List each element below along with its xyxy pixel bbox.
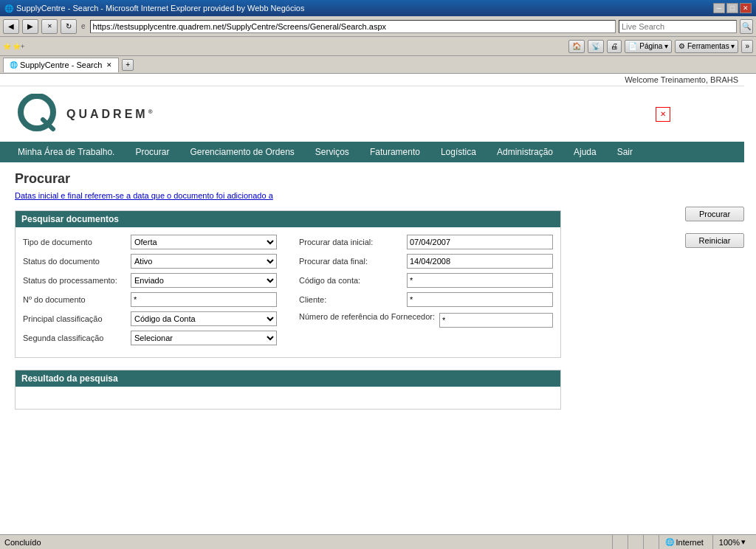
nav-item-servicos[interactable]: Serviços: [305, 142, 360, 162]
search-section: Pesquisar documentos Tipo de documento O…: [15, 210, 561, 358]
input-num-doc[interactable]: [131, 292, 277, 307]
broken-image: ✕: [656, 107, 670, 122]
logo-area: QUADREM® ✕: [0, 86, 744, 142]
page-content: Procurar Datas inicial e final referem-s…: [0, 162, 744, 418]
address-label: e: [80, 22, 87, 30]
input-data-inicial[interactable]: [407, 235, 553, 249]
nav-item-ajuda[interactable]: Ajuda: [563, 142, 607, 162]
title-text: 🌐 SupplyCentre - Search - Microsoft Inte…: [4, 4, 304, 13]
form-row-codigo-conta: Código da conta:: [299, 273, 553, 288]
nav-item-gerenciamento[interactable]: Gerenciamento de Ordens: [179, 142, 304, 162]
maximize-button[interactable]: □: [726, 3, 738, 13]
forward-button[interactable]: ▶: [22, 19, 38, 34]
form-row-data-final: Procurar data final:: [299, 254, 553, 269]
result-section-header: Resultado da pesquisa: [16, 370, 560, 387]
select-status-proc[interactable]: Enviado: [131, 273, 277, 288]
search-button[interactable]: 🔍: [740, 19, 753, 34]
nav-item-logistica[interactable]: Logística: [430, 142, 487, 162]
feeds-button[interactable]: 📡: [588, 40, 604, 53]
form-row-ref-fornecedor: Número de referência do Fornecedor:: [299, 311, 553, 328]
logo-text: QUADREM®: [66, 108, 156, 121]
input-data-final[interactable]: [407, 254, 553, 269]
search-button[interactable]: Procurar: [685, 207, 744, 221]
browser-viewport: Welcome Treinamento, BRAHS QUADREM® ✕ Mi…: [0, 74, 756, 527]
label-status-doc: Status do documento: [23, 257, 126, 266]
input-codigo-conta[interactable]: [407, 273, 553, 288]
main-content: QUADREM® ✕ Minha Área de Trabalho. Procu…: [0, 86, 744, 527]
select-segunda-class[interactable]: Selecionar: [131, 331, 277, 345]
minimize-button[interactable]: ─: [713, 3, 725, 13]
add-favorites[interactable]: ⭐+: [13, 43, 24, 50]
page-title: Procurar: [15, 171, 729, 187]
input-cliente[interactable]: [407, 292, 553, 307]
label-status-proc: Status do processamento:: [23, 276, 126, 285]
nav-item-procurar[interactable]: Procurar: [125, 142, 179, 162]
toolbar: ⭐ ⭐+ 🏠 📡 🖨 📄 Página ▾ ⚙ Ferramentas ▾ »: [0, 37, 756, 56]
page-subtitle: Datas inicial e final referem-se a data …: [15, 191, 729, 200]
result-section: Resultado da pesquisa: [15, 370, 561, 410]
nav-item-sair[interactable]: Sair: [607, 142, 643, 162]
address-input[interactable]: [90, 20, 616, 33]
label-ref-fornecedor: Número de referência do Fornecedor:: [299, 311, 435, 322]
label-cliente: Cliente:: [299, 295, 402, 304]
stop-button[interactable]: ✕: [41, 19, 58, 34]
right-column: Procurar data inicial: Procurar data fin…: [299, 235, 553, 350]
label-segunda-class: Segunda classificação: [23, 334, 126, 342]
action-buttons: Procurar Reiniciar: [685, 207, 744, 254]
logo-icon: [15, 94, 59, 134]
label-codigo-conta: Código da conta:: [299, 276, 402, 285]
nav-menu: Minha Área de Trabalho. Procurar Gerenci…: [0, 142, 744, 162]
select-principal-class[interactable]: Código da Conta: [131, 311, 277, 326]
nav-item-minha-area[interactable]: Minha Área de Trabalho.: [7, 142, 125, 162]
label-data-final: Procurar data final:: [299, 257, 402, 266]
left-column: Tipo de documento Oferta Status do docum…: [23, 235, 277, 350]
refresh-button[interactable]: ↻: [61, 19, 77, 34]
form-row-segunda-class: Segunda classificação Selecionar: [23, 331, 277, 345]
nav-item-administracao[interactable]: Administração: [487, 142, 563, 162]
page-button[interactable]: 📄 Página ▾: [625, 40, 672, 53]
favorites-star[interactable]: ⭐: [3, 43, 11, 50]
back-button[interactable]: ◀: [3, 19, 19, 34]
form-row-principal-class: Principal classificação Código da Conta: [23, 311, 277, 326]
input-ref-fornecedor[interactable]: [439, 313, 553, 328]
result-body: [16, 387, 560, 409]
address-bar: ◀ ▶ ✕ ↻ e 🔍: [0, 16, 756, 37]
logo-text-area: QUADREM®: [66, 108, 156, 121]
tab-bar: 🌐 SupplyCentre - Search ✕ +: [0, 56, 756, 74]
form-row-status-proc: Status do processamento: Enviado: [23, 273, 277, 288]
form-row-num-doc: Nº do documento: [23, 292, 277, 307]
select-tipo[interactable]: Oferta: [131, 235, 277, 249]
home-button[interactable]: 🏠: [568, 40, 585, 53]
tools-button[interactable]: ⚙ Ferramentas ▾: [675, 40, 738, 53]
label-num-doc: Nº do documento: [23, 295, 126, 304]
print-button[interactable]: 🖨: [607, 40, 622, 53]
form-row-data-inicial: Procurar data inicial:: [299, 235, 553, 249]
search-section-header: Pesquisar documentos: [16, 211, 560, 227]
close-button[interactable]: ✕: [740, 3, 752, 13]
form-row-cliente: Cliente:: [299, 292, 553, 307]
more-button[interactable]: »: [741, 40, 753, 53]
live-search-input[interactable]: [619, 20, 737, 33]
active-tab[interactable]: 🌐 SupplyCentre - Search ✕: [3, 58, 119, 72]
label-principal-class: Principal classificação: [23, 314, 126, 323]
form-row-tipo: Tipo de documento Oferta: [23, 235, 277, 249]
reset-button[interactable]: Reiniciar: [685, 233, 744, 248]
select-status-doc[interactable]: Ativo: [131, 254, 277, 269]
window-controls[interactable]: ─ □ ✕: [713, 3, 752, 13]
label-tipo: Tipo de documento: [23, 238, 126, 246]
nav-item-faturamento[interactable]: Faturamento: [360, 142, 430, 162]
welcome-bar: Welcome Treinamento, BRAHS: [0, 74, 744, 86]
form-row-status-doc: Status do documento Ativo: [23, 254, 277, 269]
new-tab-button[interactable]: +: [122, 59, 134, 71]
search-body: Tipo de documento Oferta Status do docum…: [16, 227, 560, 357]
label-data-inicial: Procurar data inicial:: [299, 238, 402, 246]
title-bar: 🌐 SupplyCentre - Search - Microsoft Inte…: [0, 0, 756, 16]
